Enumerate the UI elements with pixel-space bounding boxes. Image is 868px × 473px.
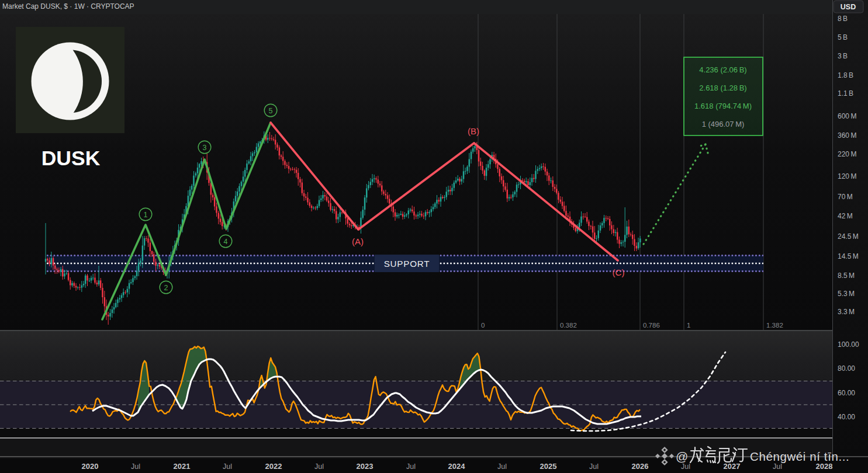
- svg-text:SUPPORT: SUPPORT: [384, 259, 430, 269]
- svg-text:2.618 (1.28 B): 2.618 (1.28 B): [699, 84, 746, 92]
- svg-text:5 B: 5 B: [838, 33, 848, 41]
- svg-text:USD: USD: [841, 3, 856, 11]
- svg-text:2023: 2023: [357, 462, 374, 471]
- svg-text:3.3 M: 3.3 M: [838, 308, 855, 316]
- svg-text:1 (496.07 M): 1 (496.07 M): [702, 120, 745, 128]
- svg-text:2025: 2025: [540, 462, 557, 471]
- svg-text:Jul: Jul: [223, 462, 232, 471]
- svg-text:Jul: Jul: [131, 462, 140, 471]
- svg-text:Jul: Jul: [773, 462, 782, 471]
- svg-text:2021: 2021: [174, 462, 191, 471]
- svg-text:2: 2: [164, 284, 168, 292]
- svg-text:100.00: 100.00: [838, 340, 859, 349]
- svg-text:0.786: 0.786: [643, 322, 660, 329]
- svg-text:1.1 B: 1.1 B: [838, 89, 853, 98]
- svg-text:2026: 2026: [632, 462, 649, 471]
- svg-text:8 B: 8 B: [838, 15, 848, 23]
- svg-text:Jul: Jul: [314, 462, 324, 471]
- svg-text:0: 0: [481, 322, 485, 329]
- svg-text:70 M: 70 M: [838, 193, 853, 201]
- svg-text:2024: 2024: [448, 462, 466, 471]
- svg-text:40.00: 40.00: [838, 413, 855, 421]
- svg-text:(A): (A): [352, 236, 364, 246]
- svg-text:0.382: 0.382: [560, 322, 577, 329]
- svg-text:14.5 M: 14.5 M: [838, 252, 859, 260]
- svg-text:Jul: Jul: [589, 462, 599, 471]
- svg-text:4: 4: [224, 238, 228, 246]
- svg-text:80.00: 80.00: [838, 364, 855, 373]
- svg-text:3 B: 3 B: [838, 52, 848, 60]
- svg-text:(C): (C): [613, 267, 625, 277]
- svg-text:Market Cap DUSK, $ · 1W · CRYP: Market Cap DUSK, $ · 1W · CRYPTOCAP: [2, 2, 134, 11]
- svg-text:1.8 B: 1.8 B: [838, 71, 853, 79]
- svg-text:Jul: Jul: [681, 462, 690, 471]
- svg-text:2022: 2022: [265, 462, 282, 471]
- svg-text:120 M: 120 M: [838, 172, 856, 180]
- svg-text:5.3 M: 5.3 M: [838, 290, 855, 298]
- svg-text:Chéngwéi ní tīn...: Chéngwéi ní tīn...: [750, 450, 849, 463]
- svg-text:Jul: Jul: [406, 462, 416, 471]
- svg-text:5: 5: [269, 107, 273, 115]
- svg-text:(B): (B): [468, 126, 479, 136]
- svg-text:2028: 2028: [816, 462, 833, 471]
- svg-text:220 M: 220 M: [838, 150, 856, 158]
- svg-text:@: @: [676, 450, 688, 463]
- svg-text:1.618 (794.74 M): 1.618 (794.74 M): [694, 102, 752, 110]
- svg-text:42 M: 42 M: [838, 212, 853, 220]
- svg-text:DUSK: DUSK: [42, 147, 101, 170]
- svg-text:1: 1: [687, 322, 690, 329]
- svg-text:1: 1: [144, 211, 148, 219]
- svg-text:2027: 2027: [724, 462, 741, 471]
- svg-text:3: 3: [203, 144, 207, 152]
- svg-text:8.5 M: 8.5 M: [838, 272, 855, 280]
- svg-text:Jul: Jul: [497, 462, 507, 471]
- svg-text:60.00: 60.00: [838, 389, 855, 397]
- svg-text:600 M: 600 M: [838, 112, 856, 120]
- svg-text:360 M: 360 M: [838, 131, 856, 140]
- svg-text:2020: 2020: [82, 462, 99, 471]
- svg-text:1.382: 1.382: [766, 322, 783, 329]
- svg-text:24.5 M: 24.5 M: [838, 232, 859, 241]
- svg-text:4.236 (2.06 B): 4.236 (2.06 B): [699, 65, 746, 74]
